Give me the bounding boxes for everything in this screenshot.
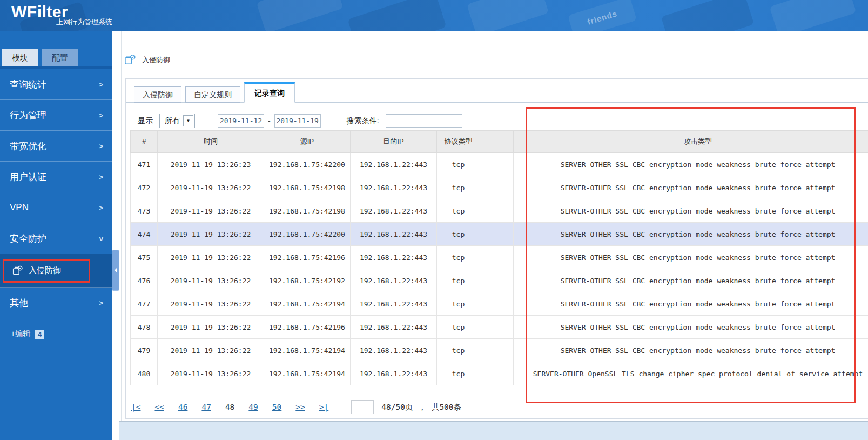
cell bbox=[480, 292, 514, 316]
tab-custom-rules[interactable]: 自定义规则 bbox=[185, 86, 240, 103]
horizontal-divider bbox=[122, 71, 868, 71]
table-row[interactable]: 4722019-11-19 13:26:22192.168.1.75:42198… bbox=[131, 176, 868, 199]
column-header: # bbox=[131, 131, 158, 153]
pagination-prev-block[interactable]: << bbox=[154, 403, 164, 411]
cell: 474 bbox=[131, 223, 158, 246]
cell: 192.168.1.75:42194 bbox=[264, 292, 351, 316]
table-row[interactable]: 4732019-11-19 13:26:22192.168.1.75:42198… bbox=[131, 199, 868, 223]
cell: 471 bbox=[131, 153, 158, 176]
pagination-first-page[interactable]: |< bbox=[131, 403, 140, 411]
table-row[interactable]: 4742019-11-19 13:26:22192.168.1.75:42200… bbox=[131, 223, 868, 246]
column-header: 目的IP bbox=[351, 131, 437, 153]
sidebar-tab-modules[interactable]: 模块 bbox=[2, 49, 38, 66]
keyboard-decor bbox=[467, 0, 549, 31]
top-banner: friends WFilter 上网行为管理系统 bbox=[0, 0, 868, 31]
keyboard-key-friends: friends bbox=[568, 0, 637, 31]
cell bbox=[480, 153, 514, 176]
cell: 192.168.1.22:443 bbox=[351, 339, 437, 362]
cell: 192.168.1.22:443 bbox=[351, 199, 437, 223]
page-title: 入侵防御 bbox=[142, 55, 170, 65]
tab-intrusion-prevention[interactable]: 入侵防御 bbox=[134, 86, 181, 103]
chevron-right-icon: > bbox=[99, 111, 103, 119]
cell: 2019-11-19 13:26:22 bbox=[158, 339, 264, 362]
search-label: 搜索条件: bbox=[347, 116, 379, 126]
breadcrumb: 入侵防御 bbox=[124, 54, 170, 66]
cell: 2019-11-19 13:26:23 bbox=[158, 153, 264, 176]
pagination: |<<<4647484950>>>| 48/50页，共500条 bbox=[131, 400, 461, 414]
horizontal-scrollbar[interactable] bbox=[119, 421, 868, 440]
keyboard-decor bbox=[347, 0, 446, 31]
sidebar-item-label: 带宽优化 bbox=[10, 140, 46, 152]
table-row[interactable]: 4772019-11-19 13:26:22192.168.1.75:42194… bbox=[131, 292, 868, 316]
sidebar-item-security-protection[interactable]: 安全防护v bbox=[0, 223, 112, 254]
sidebar-tab-config[interactable]: 配置 bbox=[42, 49, 78, 66]
sidebar-collapse-handle[interactable] bbox=[112, 250, 119, 291]
cell: SERVER-OTHER SSL CBC encryption mode wea… bbox=[514, 339, 868, 362]
cell: 476 bbox=[131, 269, 158, 292]
sidebar-item-behavior-management[interactable]: 行为管理> bbox=[0, 100, 112, 131]
chevron-right-icon: > bbox=[99, 81, 103, 89]
cell: tcp bbox=[437, 269, 480, 292]
sidebar-menu: 查询统计>行为管理>带宽优化>用户认证>VPN>安全防护v bbox=[0, 69, 112, 254]
pagination-page-47[interactable]: 47 bbox=[201, 403, 211, 411]
cell: 192.168.1.22:443 bbox=[351, 292, 437, 316]
filter-bar: 显示 所有 ▼ - 搜索条件: bbox=[138, 114, 462, 128]
table-row[interactable]: 4792019-11-19 13:26:22192.168.1.75:42194… bbox=[131, 339, 868, 362]
cell: 475 bbox=[131, 246, 158, 269]
vertical-divider bbox=[121, 31, 122, 440]
keyboard-decor bbox=[256, 0, 343, 31]
cell: 477 bbox=[131, 292, 158, 316]
stamp-check-icon bbox=[124, 54, 136, 66]
sidebar-item-query-statistics[interactable]: 查询统计> bbox=[0, 69, 112, 100]
keyboard-decor bbox=[661, 0, 755, 31]
tab-record-query[interactable]: 记录查询 bbox=[244, 82, 295, 103]
table-row[interactable]: 4712019-11-19 13:26:23192.168.1.75:42200… bbox=[131, 153, 868, 176]
cell: tcp bbox=[437, 292, 480, 316]
sidebar-item-intrusion-prevention[interactable]: 入侵防御 bbox=[0, 254, 112, 288]
cell: tcp bbox=[437, 339, 480, 362]
pagination-page-50[interactable]: 50 bbox=[272, 403, 281, 411]
page-info-separator: ， bbox=[418, 403, 426, 411]
sidebar-item-label: VPN bbox=[10, 202, 29, 213]
date-to-input[interactable] bbox=[274, 114, 321, 128]
chevron-down-icon: ▼ bbox=[183, 115, 193, 126]
date-from-input[interactable] bbox=[218, 114, 264, 128]
pagination-page-46[interactable]: 46 bbox=[178, 403, 187, 411]
cell: SERVER-OTHER SSL CBC encryption mode wea… bbox=[514, 246, 868, 269]
page-number-input[interactable] bbox=[351, 400, 374, 414]
cell: 479 bbox=[131, 339, 158, 362]
chevron-right-icon: > bbox=[99, 299, 103, 307]
cell: 2019-11-19 13:26:22 bbox=[158, 316, 264, 339]
records-table: #时间源IP目的IP协议类型攻击类型 4712019-11-19 13:26:2… bbox=[130, 130, 868, 385]
edit-link[interactable]: +编辑 bbox=[11, 329, 30, 339]
content-panel: 入侵防御自定义规则记录查询 显示 所有 ▼ - 搜索条件: #时间源IP目的IP… bbox=[125, 78, 868, 419]
sidebar-item-vpn[interactable]: VPN> bbox=[0, 192, 112, 223]
edit-count-badge: 4 bbox=[35, 330, 44, 339]
pagination-page-49[interactable]: 49 bbox=[248, 403, 258, 411]
search-input[interactable] bbox=[386, 114, 462, 128]
pagination-next-block[interactable]: >> bbox=[295, 403, 305, 411]
cell: SERVER-OTHER SSL CBC encryption mode wea… bbox=[514, 153, 868, 176]
cell: SERVER-OTHER SSL CBC encryption mode wea… bbox=[514, 269, 868, 292]
cell: tcp bbox=[437, 316, 480, 339]
sidebar-item-other[interactable]: 其他 > bbox=[0, 288, 112, 318]
pagination-last-page[interactable]: >| bbox=[319, 403, 328, 411]
table-row[interactable]: 4752019-11-19 13:26:22192.168.1.75:42196… bbox=[131, 246, 868, 269]
cell: 192.168.1.22:443 bbox=[351, 153, 437, 176]
display-select[interactable]: 所有 ▼ bbox=[159, 114, 195, 128]
cell bbox=[480, 339, 514, 362]
cell: 478 bbox=[131, 316, 158, 339]
stamp-check-icon bbox=[12, 265, 23, 276]
table-row[interactable]: 4802019-11-19 13:26:22192.168.1.75:42194… bbox=[131, 362, 868, 385]
cell: 192.168.1.75:42196 bbox=[264, 316, 351, 339]
table-row[interactable]: 4762019-11-19 13:26:22192.168.1.75:42192… bbox=[131, 269, 868, 292]
cell: tcp bbox=[437, 153, 480, 176]
display-label: 显示 bbox=[138, 116, 153, 126]
cell: 2019-11-19 13:26:22 bbox=[158, 223, 264, 246]
cell: 2019-11-19 13:26:22 bbox=[158, 199, 264, 223]
pagination-page-48: 48 bbox=[225, 403, 234, 411]
table-row[interactable]: 4782019-11-19 13:26:22192.168.1.75:42196… bbox=[131, 316, 868, 339]
sidebar-item-user-authentication[interactable]: 用户认证> bbox=[0, 162, 112, 192]
sidebar-item-bandwidth-optimize[interactable]: 带宽优化> bbox=[0, 131, 112, 162]
chevron-down-icon: v bbox=[99, 235, 103, 243]
